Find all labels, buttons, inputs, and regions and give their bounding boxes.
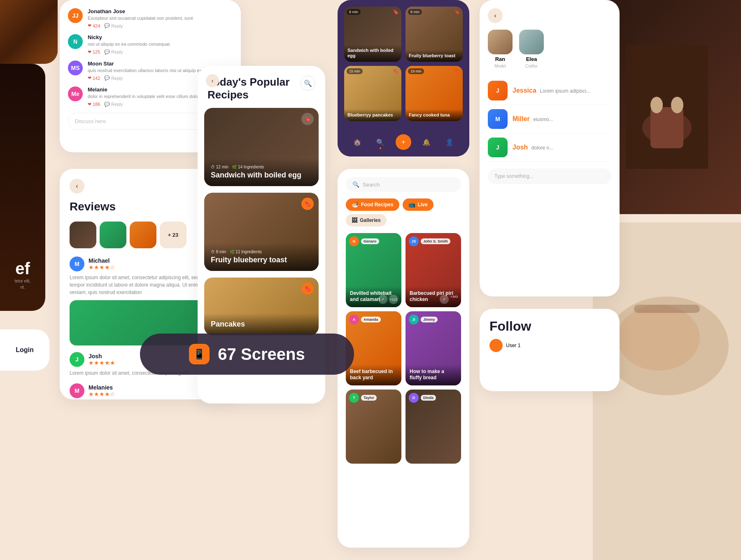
avatar: J — [70, 352, 84, 367]
user-avatar: A — [349, 315, 359, 324]
food-thumb-more: + 23 — [160, 222, 186, 248]
recipe-overlay: How to make a fluffy bread — [405, 364, 461, 385]
comment-content: Nicky nisi ut aliquip ex ea commodo cons… — [88, 34, 171, 54]
food-grid-label: Fruity blueberry toast — [405, 50, 463, 62]
message-text: dolore n... — [531, 145, 553, 151]
recipe-card[interactable]: ⏱ 8 min 🌿 11 Ingredients Fruity blueberr… — [204, 193, 319, 271]
live-tab[interactable]: 📺 Live — [403, 198, 433, 211]
reviewer-name: Michael — [89, 257, 115, 264]
recipe-name: Fruity blueberry toast — [211, 256, 312, 265]
star-rating: ★★★★☆ — [89, 264, 115, 271]
food-app-grid: Sandwich with boiled egg 🔖 8 min Fruity … — [338, 0, 469, 128]
add-nav-icon[interactable]: + — [396, 134, 411, 150]
user-name: Genaro — [361, 238, 379, 244]
profile-role: Model — [494, 64, 506, 68]
recipes-header: Today's Popular Recipes 🔍 — [198, 66, 325, 108]
expand-button[interactable]: ⤢ — [378, 295, 387, 304]
bookmark-icon: 🔖 — [454, 9, 460, 15]
search-input[interactable]: Search — [363, 182, 380, 188]
recipe-grid-card[interactable]: JS John S. Smith Barbecued piri piri chi… — [405, 233, 461, 307]
recipe-grid-card[interactable]: D Dinda — [405, 390, 461, 464]
reply-button[interactable]: 💬 Reply — [104, 102, 123, 107]
recipe-name: How to make a fluffy bread — [410, 369, 457, 381]
background-left-food — [0, 0, 58, 64]
chat-profile-2: Elea Craftsr — [519, 30, 544, 68]
svg-rect-8 — [634, 305, 700, 313]
recipe-user: D Dinda — [409, 393, 436, 403]
user-name: Dinda — [421, 395, 436, 401]
recipe-card[interactable]: ⏱ 12 min 🌿 14 Ingredients Sandwich with … — [204, 108, 319, 186]
user-avatar: Ji — [409, 315, 419, 324]
profile-nav-icon[interactable]: 👤 — [442, 134, 457, 150]
profile-avatar — [519, 30, 544, 54]
galleries-tab[interactable]: 🖼 Galleries — [346, 214, 387, 226]
back-button[interactable]: ‹ — [70, 179, 84, 194]
bookmark-button[interactable]: 🔖 — [301, 282, 314, 295]
recipe-grid-card[interactable]: T Taylor — [346, 390, 401, 464]
recipe-user: Ji Jimmy — [409, 315, 438, 324]
follow-name: User 1 — [506, 343, 520, 348]
recipe-actions: ⤢ +122 — [378, 295, 398, 304]
recipe-overlay: ⏱ 8 min 🌿 11 Ingredients Fruity blueberr… — [204, 243, 319, 271]
comment-text: dolor in reprehenderit in voluptate veli… — [88, 93, 210, 100]
search-nav-icon[interactable]: 🔍 — [373, 134, 388, 150]
search-button[interactable]: 🔍 — [301, 76, 315, 91]
back-button[interactable]: ‹ — [206, 74, 219, 87]
follow-card: Follow User 1 — [480, 309, 620, 391]
chat-input-placeholder: Type something... — [494, 173, 534, 179]
chat-input[interactable]: Type something... — [488, 168, 611, 184]
svg-point-4 — [671, 97, 683, 113]
recipe-grid-card[interactable]: G Genaro Devilled whitebait and calamari… — [346, 233, 401, 307]
recipe-meta: ⏱ 12 min 🌿 14 Ingredients — [211, 165, 312, 169]
notifications-nav-icon[interactable]: 🔔 — [419, 134, 434, 150]
svg-point-3 — [650, 97, 663, 113]
food-grid-item[interactable]: Fruity blueberry toast 🔖 8 min — [405, 7, 463, 62]
reviews-title: Reviews — [70, 200, 116, 213]
food-grid-item[interactable]: Fancy cooked tuna 🔖 19 min — [405, 66, 463, 121]
like-button[interactable]: ❤ 125 — [88, 49, 100, 55]
expand-button[interactable]: ⤢ — [440, 295, 449, 304]
reviewer-name: Melanies — [89, 384, 115, 391]
reply-button[interactable]: 💬 Reply — [104, 75, 123, 81]
food-app-card: Sandwich with boiled egg 🔖 8 min Fruity … — [338, 0, 469, 156]
commenter-name: Moon Star — [88, 61, 209, 67]
avatar: Me — [68, 86, 83, 101]
commenter-name: Melanie — [88, 86, 210, 93]
comment-item: N Nicky nisi ut aliquip ex ea commodo co… — [68, 34, 233, 54]
chat-back-button[interactable]: ‹ — [488, 8, 503, 23]
bookmark-button[interactable]: 🔖 — [301, 198, 314, 210]
chat-profile-1: Ran Model — [488, 30, 513, 68]
recipe-card[interactable]: Pancakes 🔖 — [204, 278, 319, 335]
like-button[interactable]: ❤ 424 — [88, 23, 100, 28]
user-avatar: JS — [409, 236, 419, 246]
profile-role: Craftsr — [525, 64, 538, 68]
recipe-grid-card[interactable]: A Amanda Beef barbecued in back yard — [346, 311, 401, 385]
tab-label: Live — [418, 202, 428, 208]
svg-rect-2 — [650, 107, 683, 148]
food-meta: 15 min — [347, 68, 363, 74]
comment-content: Jonathan Jose Excepteur sint occaecat cu… — [88, 8, 193, 28]
food-grid-label: Sandwich with boiled egg — [344, 44, 401, 62]
login-label[interactable]: Login — [16, 346, 34, 354]
tab-label: Food Recipes — [361, 202, 394, 208]
avatar: M — [70, 257, 84, 271]
bookmark-button[interactable]: 🔖 — [301, 113, 314, 125]
like-button[interactable]: ❤ 142 — [88, 75, 100, 81]
food-grid-item[interactable]: Blueberryy pancakes 🔖 15 min — [344, 66, 401, 121]
search-bar[interactable]: 🔍 Search — [346, 177, 461, 192]
reply-button[interactable]: 💬 Reply — [104, 49, 123, 55]
chat-message: J Josh dolore n... — [488, 133, 611, 162]
food-recipes-tab[interactable]: 🍜 Food Recipes — [346, 198, 399, 211]
food-grid-item[interactable]: Sandwich with boiled egg 🔖 8 min — [344, 7, 401, 62]
recipe-grid-card[interactable]: Ji Jimmy How to make a fluffy bread — [405, 311, 461, 385]
chef-big: ef — [4, 259, 41, 278]
chat-message: M Miller eiusmo... — [488, 105, 611, 133]
home-nav-icon[interactable]: 🏠 — [350, 134, 365, 150]
bookmark-icon: 🔖 — [454, 68, 460, 74]
like-button[interactable]: ❤ 186 — [88, 102, 100, 107]
comment-actions: ❤ 424 💬 Reply — [88, 23, 193, 28]
banner-icon: 📱 — [189, 344, 210, 364]
message-sender: Jessica — [513, 87, 536, 94]
reply-button[interactable]: 💬 Reply — [104, 23, 123, 28]
reviewer-name: Josh — [89, 353, 115, 359]
